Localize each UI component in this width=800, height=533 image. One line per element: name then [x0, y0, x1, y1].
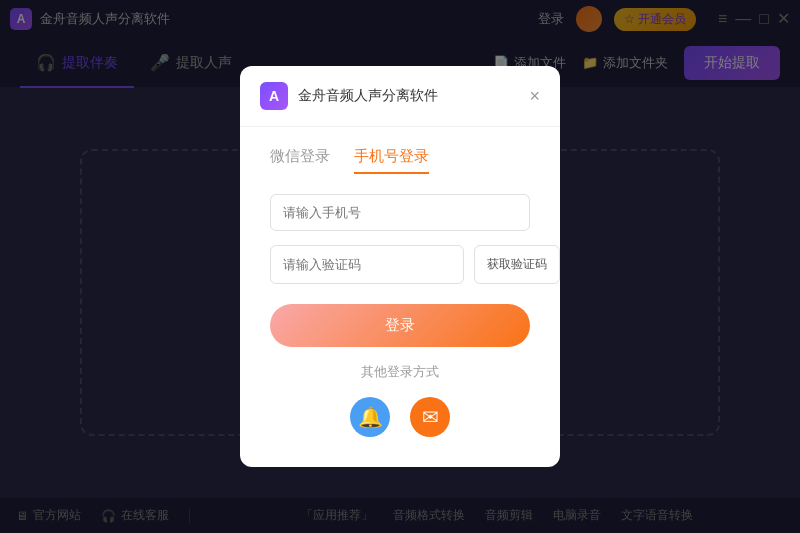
- phone-input[interactable]: [270, 194, 530, 231]
- login-modal: A 金舟音频人声分离软件 × 微信登录 手机号登录 获取验证码 登录 其他登录方…: [240, 66, 560, 467]
- modal-body: 获取验证码 登录 其他登录方式 🔔 ✉: [240, 174, 560, 437]
- modal-logo: A: [260, 82, 288, 110]
- email-icon: ✉: [422, 405, 439, 429]
- modal-close-button[interactable]: ×: [529, 87, 540, 105]
- other-login-label: 其他登录方式: [270, 363, 530, 381]
- wechat-login-tab[interactable]: 微信登录: [270, 147, 330, 174]
- phone-login-tab[interactable]: 手机号登录: [354, 147, 429, 174]
- social-login: 🔔 ✉: [270, 397, 530, 437]
- email-login-button[interactable]: ✉: [410, 397, 450, 437]
- login-submit-button[interactable]: 登录: [270, 304, 530, 347]
- qq-icon: 🔔: [358, 405, 383, 429]
- modal-overlay: A 金舟音频人声分离软件 × 微信登录 手机号登录 获取验证码 登录 其他登录方…: [0, 0, 800, 533]
- modal-tabs: 微信登录 手机号登录: [240, 127, 560, 174]
- get-code-button[interactable]: 获取验证码: [474, 245, 560, 284]
- modal-title: 金舟音频人声分离软件: [298, 87, 438, 105]
- code-input[interactable]: [270, 245, 464, 284]
- modal-header: A 金舟音频人声分离软件 ×: [240, 66, 560, 127]
- qq-login-button[interactable]: 🔔: [350, 397, 390, 437]
- code-row: 获取验证码: [270, 245, 530, 284]
